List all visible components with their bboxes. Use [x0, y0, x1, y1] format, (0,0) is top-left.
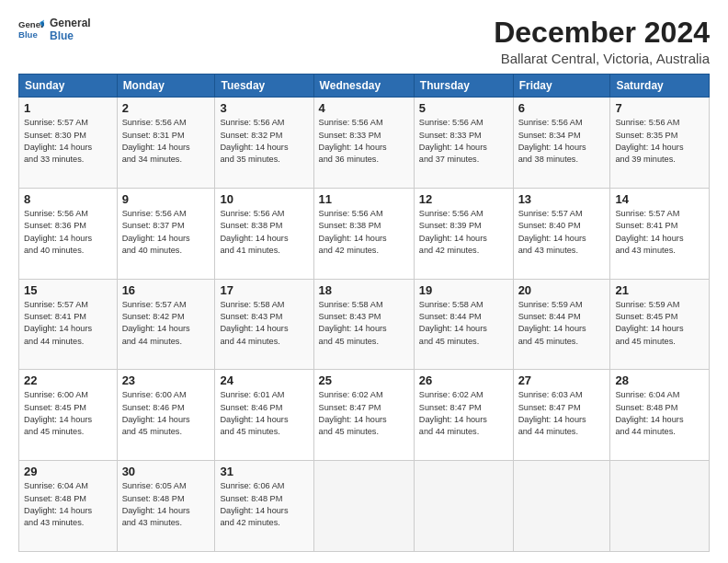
table-row: 9 Sunrise: 5:56 AMSunset: 8:37 PMDayligh…	[117, 188, 215, 279]
day-number: 9	[122, 192, 210, 206]
day-detail: Sunrise: 6:02 AMSunset: 8:47 PMDaylight:…	[419, 390, 487, 436]
th-sunday: Sunday	[19, 75, 118, 98]
calendar-week-1: 1 Sunrise: 5:57 AMSunset: 8:30 PMDayligh…	[19, 98, 710, 189]
logo-icon: General Blue	[18, 17, 44, 42]
day-detail: Sunrise: 5:57 AMSunset: 8:30 PMDaylight:…	[24, 118, 92, 164]
day-detail: Sunrise: 5:59 AMSunset: 8:44 PMDaylight:…	[518, 300, 586, 346]
day-number: 21	[615, 283, 704, 297]
calendar-week-5: 29 Sunrise: 6:04 AMSunset: 8:48 PMDaylig…	[19, 461, 710, 552]
day-number: 22	[24, 373, 112, 387]
th-friday: Friday	[513, 75, 610, 98]
day-number: 18	[319, 283, 409, 297]
table-row: 24 Sunrise: 6:01 AMSunset: 8:46 PMDaylig…	[215, 370, 313, 461]
calendar-week-3: 15 Sunrise: 5:57 AMSunset: 8:41 PMDaylig…	[19, 279, 710, 370]
day-detail: Sunrise: 5:58 AMSunset: 8:43 PMDaylight:…	[319, 300, 387, 346]
day-detail: Sunrise: 5:56 AMSunset: 8:37 PMDaylight:…	[122, 209, 190, 255]
day-number: 19	[419, 283, 508, 297]
th-wednesday: Wednesday	[313, 75, 414, 98]
table-row: 17 Sunrise: 5:58 AMSunset: 8:43 PMDaylig…	[215, 279, 313, 370]
day-number: 15	[24, 283, 112, 297]
table-row: 22 Sunrise: 6:00 AMSunset: 8:45 PMDaylig…	[19, 370, 118, 461]
table-row: 29 Sunrise: 6:04 AMSunset: 8:48 PMDaylig…	[19, 461, 118, 552]
day-detail: Sunrise: 6:03 AMSunset: 8:47 PMDaylight:…	[518, 390, 586, 436]
table-row: 20 Sunrise: 5:59 AMSunset: 8:44 PMDaylig…	[513, 279, 610, 370]
table-row: 21 Sunrise: 5:59 AMSunset: 8:45 PMDaylig…	[610, 279, 710, 370]
table-row: 2 Sunrise: 5:56 AMSunset: 8:31 PMDayligh…	[117, 98, 215, 189]
table-row: 16 Sunrise: 5:57 AMSunset: 8:42 PMDaylig…	[117, 279, 215, 370]
day-number: 3	[220, 101, 308, 115]
day-detail: Sunrise: 6:01 AMSunset: 8:46 PMDaylight:…	[220, 390, 288, 436]
th-monday: Monday	[117, 75, 215, 98]
table-row: 30 Sunrise: 6:05 AMSunset: 8:48 PMDaylig…	[117, 461, 215, 552]
svg-text:General: General	[18, 19, 44, 29]
calendar-week-2: 8 Sunrise: 5:56 AMSunset: 8:36 PMDayligh…	[19, 188, 710, 279]
day-detail: Sunrise: 5:56 AMSunset: 8:34 PMDaylight:…	[518, 118, 586, 164]
day-number: 25	[319, 373, 409, 387]
th-thursday: Thursday	[414, 75, 513, 98]
day-detail: Sunrise: 5:56 AMSunset: 8:35 PMDaylight:…	[615, 118, 683, 164]
table-row: 3 Sunrise: 5:56 AMSunset: 8:32 PMDayligh…	[215, 98, 313, 189]
svg-text:Blue: Blue	[18, 29, 38, 40]
table-row: 11 Sunrise: 5:56 AMSunset: 8:38 PMDaylig…	[313, 188, 414, 279]
logo-general: General	[50, 17, 91, 29]
table-row: 26 Sunrise: 6:02 AMSunset: 8:47 PMDaylig…	[414, 370, 513, 461]
header: General Blue General Blue December 2024 …	[18, 17, 710, 66]
table-row: 23 Sunrise: 6:00 AMSunset: 8:46 PMDaylig…	[117, 370, 215, 461]
table-row	[513, 461, 610, 552]
table-row: 28 Sunrise: 6:04 AMSunset: 8:48 PMDaylig…	[610, 370, 710, 461]
calendar-header: Sunday Monday Tuesday Wednesday Thursday…	[19, 75, 710, 98]
table-row: 31 Sunrise: 6:06 AMSunset: 8:48 PMDaylig…	[215, 461, 313, 552]
logo-blue: Blue	[50, 29, 91, 42]
day-detail: Sunrise: 5:56 AMSunset: 8:33 PMDaylight:…	[319, 118, 387, 164]
day-detail: Sunrise: 5:56 AMSunset: 8:38 PMDaylight:…	[319, 209, 387, 255]
day-detail: Sunrise: 5:57 AMSunset: 8:41 PMDaylight:…	[615, 209, 683, 255]
table-row: 1 Sunrise: 5:57 AMSunset: 8:30 PMDayligh…	[19, 98, 118, 189]
day-number: 6	[518, 101, 606, 115]
day-number: 10	[220, 192, 308, 206]
day-detail: Sunrise: 6:04 AMSunset: 8:48 PMDaylight:…	[24, 481, 92, 527]
table-row: 15 Sunrise: 5:57 AMSunset: 8:41 PMDaylig…	[19, 279, 118, 370]
table-row: 6 Sunrise: 5:56 AMSunset: 8:34 PMDayligh…	[513, 98, 610, 189]
day-detail: Sunrise: 5:56 AMSunset: 8:36 PMDaylight:…	[24, 209, 92, 255]
day-number: 30	[122, 465, 210, 478]
main-title: December 2024	[494, 17, 710, 49]
table-row: 12 Sunrise: 5:56 AMSunset: 8:39 PMDaylig…	[414, 188, 513, 279]
day-detail: Sunrise: 6:06 AMSunset: 8:48 PMDaylight:…	[220, 481, 288, 527]
day-detail: Sunrise: 5:56 AMSunset: 8:33 PMDaylight:…	[419, 118, 487, 164]
day-detail: Sunrise: 5:57 AMSunset: 8:40 PMDaylight:…	[518, 209, 586, 255]
day-detail: Sunrise: 6:05 AMSunset: 8:48 PMDaylight:…	[122, 481, 190, 527]
table-row: 25 Sunrise: 6:02 AMSunset: 8:47 PMDaylig…	[313, 370, 414, 461]
day-number: 16	[122, 283, 210, 297]
calendar-week-4: 22 Sunrise: 6:00 AMSunset: 8:45 PMDaylig…	[19, 370, 710, 461]
day-detail: Sunrise: 5:57 AMSunset: 8:41 PMDaylight:…	[24, 300, 92, 346]
day-detail: Sunrise: 5:56 AMSunset: 8:32 PMDaylight:…	[220, 118, 288, 164]
day-number: 1	[24, 101, 112, 115]
table-row: 10 Sunrise: 5:56 AMSunset: 8:38 PMDaylig…	[215, 188, 313, 279]
subtitle: Ballarat Central, Victoria, Australia	[494, 51, 710, 66]
day-number: 28	[615, 373, 704, 387]
day-number: 5	[419, 101, 508, 115]
table-row: 8 Sunrise: 5:56 AMSunset: 8:36 PMDayligh…	[19, 188, 118, 279]
logo: General Blue General Blue	[18, 17, 91, 42]
table-row: 13 Sunrise: 5:57 AMSunset: 8:40 PMDaylig…	[513, 188, 610, 279]
calendar-table: Sunday Monday Tuesday Wednesday Thursday…	[18, 74, 710, 552]
day-detail: Sunrise: 6:00 AMSunset: 8:45 PMDaylight:…	[24, 390, 92, 436]
table-row	[610, 461, 710, 552]
day-number: 24	[220, 373, 308, 387]
day-detail: Sunrise: 6:00 AMSunset: 8:46 PMDaylight:…	[122, 390, 190, 436]
day-number: 20	[518, 283, 606, 297]
day-number: 26	[419, 373, 508, 387]
day-number: 29	[24, 465, 112, 478]
day-number: 7	[615, 101, 704, 115]
day-detail: Sunrise: 5:58 AMSunset: 8:44 PMDaylight:…	[419, 300, 487, 346]
table-row	[313, 461, 414, 552]
day-detail: Sunrise: 5:56 AMSunset: 8:39 PMDaylight:…	[419, 209, 487, 255]
day-detail: Sunrise: 6:02 AMSunset: 8:47 PMDaylight:…	[319, 390, 387, 436]
day-detail: Sunrise: 5:56 AMSunset: 8:31 PMDaylight:…	[122, 118, 190, 164]
title-block: December 2024 Ballarat Central, Victoria…	[494, 17, 710, 66]
header-row: Sunday Monday Tuesday Wednesday Thursday…	[19, 75, 710, 98]
th-saturday: Saturday	[610, 75, 710, 98]
page: General Blue General Blue December 2024 …	[0, 0, 728, 563]
day-number: 27	[518, 373, 606, 387]
table-row: 27 Sunrise: 6:03 AMSunset: 8:47 PMDaylig…	[513, 370, 610, 461]
